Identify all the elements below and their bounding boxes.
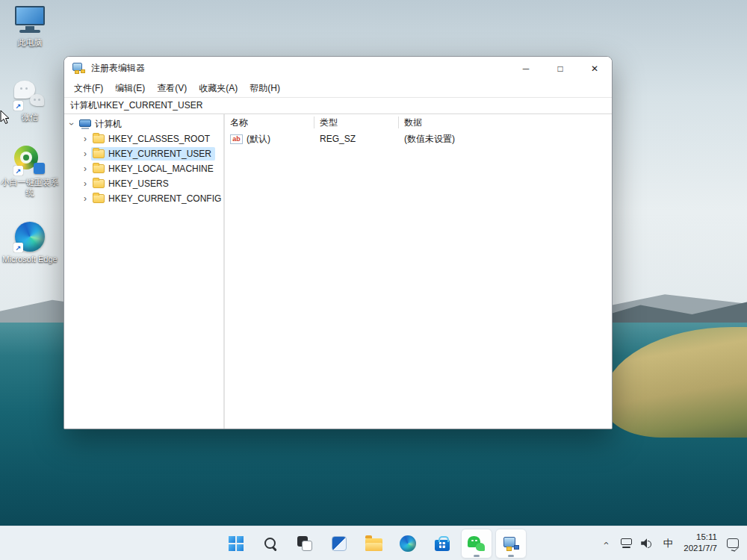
menu-view[interactable]: 查看(V) <box>151 80 193 97</box>
chevron-down-icon[interactable] <box>66 118 78 130</box>
address-text: 计算机\HKEY_CURRENT_USER <box>70 99 202 112</box>
start-button[interactable] <box>220 529 252 559</box>
store-icon <box>435 540 450 551</box>
window-titlebar[interactable]: 注册表编辑器 ─ □ ✕ <box>64 57 612 80</box>
input-method-button[interactable]: 中 <box>658 530 678 557</box>
task-view-button[interactable] <box>289 529 320 559</box>
menu-file[interactable]: 文件(F) <box>68 80 109 97</box>
network-button[interactable] <box>616 530 636 557</box>
xiaobai-reinstall-icon <box>13 144 46 175</box>
volume-icon <box>641 538 653 548</box>
tree-label: HKEY_CURRENT_CONFIG <box>108 193 221 204</box>
chevron-up-icon <box>600 541 611 544</box>
computer-icon <box>79 119 91 129</box>
value-type: REG_SZ <box>314 134 399 144</box>
column-header-type[interactable]: 类型 <box>314 114 399 131</box>
file-explorer-button[interactable] <box>358 529 389 559</box>
maximize-button[interactable]: □ <box>543 57 577 80</box>
menu-bar: 文件(F) 编辑(E) 查看(V) 收藏夹(A) 帮助(H) <box>64 80 612 97</box>
menu-edit[interactable]: 编辑(E) <box>109 80 151 97</box>
edge-button[interactable] <box>392 529 424 559</box>
chevron-right-icon[interactable] <box>79 178 91 190</box>
search-button[interactable] <box>255 529 286 559</box>
desktop-icon-this-pc[interactable]: 此电脑 <box>1 4 59 49</box>
tree-item-hkey-current-config[interactable]: HKEY_CURRENT_CONFIG <box>79 191 223 206</box>
chevron-right-icon[interactable] <box>79 193 91 205</box>
tree-item-hkey-users[interactable]: HKEY_USERS <box>79 176 223 191</box>
chevron-right-icon[interactable] <box>79 163 91 175</box>
value-data: (数值未设置) <box>399 133 612 146</box>
close-button[interactable]: ✕ <box>577 57 612 80</box>
folder-icon <box>93 149 105 158</box>
windows-logo-icon <box>229 536 244 552</box>
task-view-icon <box>297 536 312 551</box>
tree-item-hkey-current-user[interactable]: HKEY_CURRENT_USER <box>79 146 223 161</box>
microsoft-store-button[interactable] <box>427 529 458 559</box>
column-header-name[interactable]: 名称 <box>225 114 314 131</box>
tree-item-computer[interactable]: 计算机 <box>66 116 223 131</box>
network-icon <box>621 538 632 548</box>
registry-tree-pane: 计算机 HKEY_CLASSES_ROOT HKEY_CURRENT_USER <box>64 114 223 429</box>
desktop-icon-label: 此电脑 <box>18 38 43 49</box>
tree-label: 计算机 <box>95 118 122 131</box>
clock-button[interactable]: 15:11 2021/7/7 <box>679 530 722 557</box>
reg-sz-icon: ab <box>230 134 243 144</box>
tree-item-hkey-classes-root[interactable]: HKEY_CLASSES_ROOT <box>79 131 223 146</box>
desktop: 此电脑 微信 小白一键重装系统 Microsoft Edge 注册表编辑器 ─ <box>0 0 747 560</box>
minimize-button[interactable]: ─ <box>509 57 543 80</box>
notification-icon <box>727 538 739 548</box>
shortcut-arrow-icon <box>13 101 23 111</box>
edge-icon <box>13 221 46 252</box>
value-name: (默认) <box>247 133 270 146</box>
chevron-right-icon[interactable] <box>79 148 91 160</box>
registry-editor-taskbar-button[interactable] <box>495 529 527 559</box>
registry-editor-icon <box>503 537 519 551</box>
search-icon <box>263 536 278 551</box>
desktop-icon-xiaobai-reinstall[interactable]: 小白一键重装系统 <box>1 144 59 199</box>
volume-button[interactable] <box>637 530 657 557</box>
registry-editor-icon <box>72 63 85 74</box>
folder-icon <box>93 179 105 188</box>
widgets-button[interactable] <box>323 529 355 559</box>
clock-time: 15:11 <box>696 532 717 543</box>
folder-icon <box>93 194 105 203</box>
desktop-icon-microsoft-edge[interactable]: Microsoft Edge <box>1 221 59 265</box>
file-explorer-icon <box>365 538 382 551</box>
column-header-data[interactable]: 数据 <box>399 114 612 131</box>
desktop-icon-label: 小白一键重装系统 <box>1 178 59 199</box>
edge-icon <box>400 535 416 552</box>
window-content: 计算机 HKEY_CLASSES_ROOT HKEY_CURRENT_USER <box>64 114 612 429</box>
taskbar-app-icons <box>220 529 527 559</box>
mouse-cursor <box>0 110 10 125</box>
shortcut-arrow-icon <box>13 166 23 175</box>
window-title: 注册表编辑器 <box>91 62 145 75</box>
folder-icon <box>93 134 105 143</box>
menu-favorites[interactable]: 收藏夹(A) <box>193 80 244 97</box>
registry-values-pane: 名称 类型 数据 ab (默认) REG_SZ (数值未设置) <box>225 114 612 429</box>
wechat-icon <box>468 536 486 552</box>
this-pc-icon <box>13 4 46 36</box>
hidden-icons-button[interactable] <box>595 530 615 557</box>
tree-label: HKEY_USERS <box>108 178 169 189</box>
widgets-icon <box>332 536 347 551</box>
chevron-right-icon[interactable] <box>79 133 91 145</box>
wechat-taskbar-button[interactable] <box>461 529 492 559</box>
desktop-icon-label: Microsoft Edge <box>2 255 57 265</box>
tree-item-hkey-local-machine[interactable]: HKEY_LOCAL_MACHINE <box>79 161 223 176</box>
registry-value-row[interactable]: ab (默认) REG_SZ (数值未设置) <box>225 131 612 147</box>
tree-label: HKEY_CURRENT_USER <box>108 149 211 159</box>
shortcut-arrow-icon <box>13 243 23 252</box>
menu-help[interactable]: 帮助(H) <box>244 80 286 97</box>
clock-date: 2021/7/7 <box>684 544 717 554</box>
tree-label: HKEY_LOCAL_MACHINE <box>108 164 214 174</box>
system-tray: 中 15:11 2021/7/7 <box>595 526 743 560</box>
desktop-icon-label: 微信 <box>22 113 38 123</box>
window-controls: ─ □ ✕ <box>509 57 612 80</box>
notifications-button[interactable] <box>723 530 743 557</box>
registry-editor-window: 注册表编辑器 ─ □ ✕ 文件(F) 编辑(E) 查看(V) 收藏夹(A) 帮助… <box>63 56 613 429</box>
wechat-icon <box>13 79 46 111</box>
taskbar: 中 15:11 2021/7/7 <box>0 526 747 560</box>
address-bar[interactable]: 计算机\HKEY_CURRENT_USER <box>64 97 612 114</box>
list-header: 名称 类型 数据 <box>225 114 612 131</box>
folder-icon <box>93 164 105 173</box>
